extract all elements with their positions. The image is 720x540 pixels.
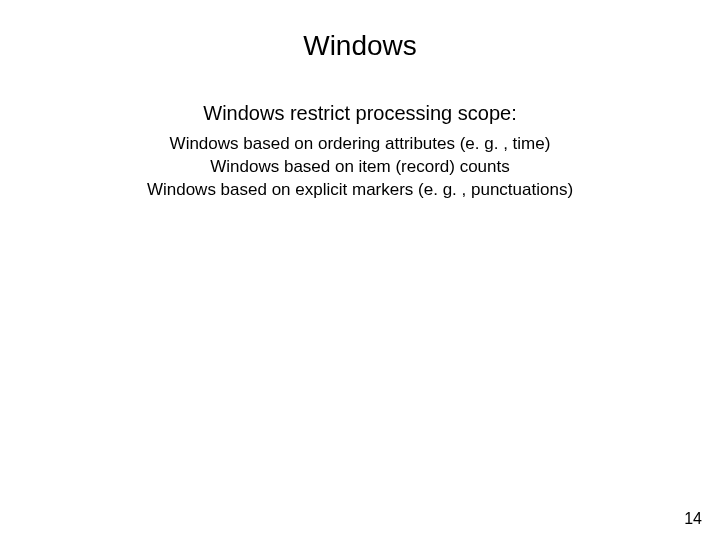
body-line: Windows based on item (record) counts [0,156,720,179]
page-number: 14 [684,510,702,528]
body-line: Windows based on ordering attributes (e.… [0,133,720,156]
slide-body: Windows based on ordering attributes (e.… [0,133,720,202]
slide-subtitle: Windows restrict processing scope: [0,102,720,125]
body-line: Windows based on explicit markers (e. g.… [0,179,720,202]
slide-title: Windows [0,30,720,62]
slide-container: Windows Windows restrict processing scop… [0,0,720,540]
